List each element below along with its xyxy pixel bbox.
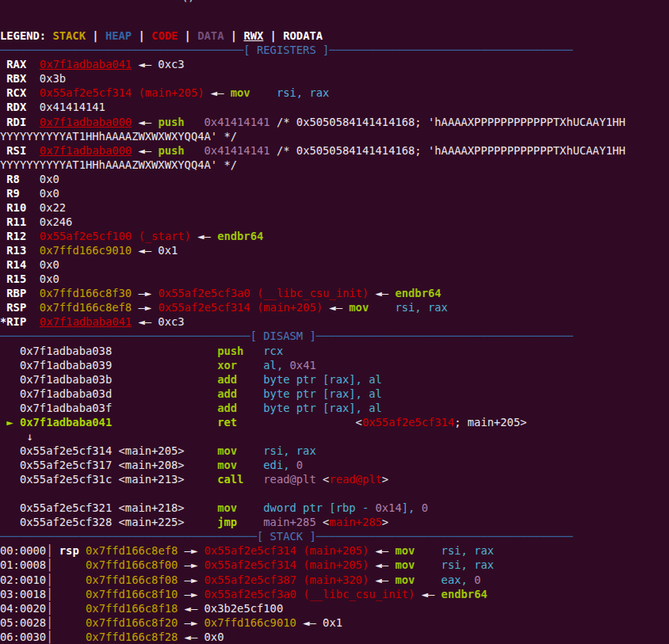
- stack-row-06: 06:0030│ 0x7ffd166c8f28 ◄— 0x0: [0, 630, 669, 644]
- register-name: R12: [0, 230, 40, 242]
- register-row-rip: *RIP 0x7f1adbaba041 ◄— 0xc3: [0, 314, 669, 329]
- text-segment: 0x7ffd166c8f28: [86, 631, 178, 643]
- disasm-banner: ──────────────────────────────────────[ …: [0, 329, 669, 343]
- r8-value: 0x0: [40, 173, 59, 185]
- register-name: R8: [0, 173, 40, 185]
- disasm-row-main225: 0x55af2e5cf328 <main+225> jmp main+285 <…: [0, 515, 669, 529]
- text-segment: byte ptr [rax], al: [263, 387, 382, 400]
- text-segment: —►: [178, 544, 204, 557]
- text-segment: endbr64: [217, 230, 263, 242]
- text-segment: add: [217, 402, 237, 414]
- disasm-row-03d: 0x7f1adbaba03d add byte ptr [rax], al: [0, 387, 669, 401]
- disasm-row-current: ► 0x7f1adbaba041 ret <0x55af2e5cf314; ma…: [0, 415, 669, 429]
- text-segment: read@plt: [263, 473, 315, 486]
- text-segment: ],: [402, 501, 422, 514]
- stack-row-00: 00:0000│ rsp 0x7ffd166c8ef8 —► 0x55af2e5…: [0, 543, 669, 558]
- register-row-r9: R9 0x0: [0, 186, 669, 200]
- text-segment: 0x55af2e5cf3a0 (__libc_csu_init): [205, 588, 415, 600]
- disasm-row-main208: 0x55af2e5cf317 <main+208> mov edi, 0: [0, 458, 669, 472]
- text-segment: ◄— 0x1: [132, 244, 178, 257]
- text-segment: 0x7ffd166c8f00: [86, 558, 178, 571]
- text-segment: rsi, rax: [442, 558, 494, 571]
- text-segment: —►: [178, 588, 204, 600]
- r13-value: 0x7ffd166c9010: [40, 244, 132, 257]
- stack-row-04: 04:0020│ 0x7ffd166c8f18 ◄— 0x3b2e5cf100: [0, 601, 669, 615]
- rax-value: 0x7f1adbaba041: [40, 58, 132, 70]
- r11-value: 0x246: [40, 215, 73, 228]
- text-segment: edi,: [263, 459, 296, 471]
- r14-value: 0x0: [40, 258, 59, 271]
- register-name: RSI: [0, 144, 40, 157]
- text-segment: 0x7ffd166c8ef8: [86, 544, 178, 557]
- text-segment: [185, 116, 205, 128]
- text-segment: >: [382, 473, 388, 486]
- text-segment: ◄—: [369, 287, 395, 299]
- disasm-row-main213: 0x55af2e5cf31c <main+213> call read@plt …: [0, 472, 669, 486]
- text-segment: ◄—: [132, 144, 158, 157]
- register-name: *RIP: [0, 315, 40, 328]
- stack-offset: 02:0010: [0, 574, 46, 586]
- text-segment: YYYYYYYYYYAT1HHhAAAAZWXWXWXYQQ4A' */: [0, 158, 237, 171]
- rsp-value: 0x7ffd166c8ef8: [40, 301, 132, 314]
- text-segment: ◄—: [323, 301, 349, 314]
- text-segment: ◄—: [369, 558, 395, 571]
- text-segment: mov: [349, 301, 369, 314]
- register-row-r13: R13 0x7ffd166c9010 ◄— 0x1: [0, 243, 669, 257]
- text-segment: ───────────────────────────────────────: [316, 330, 573, 342]
- text-segment: /* 0x5050584141414168; 'hAAAAXPPPPPPPPPP…: [270, 116, 626, 128]
- register-name: R14: [0, 258, 40, 271]
- terminal-screen[interactable]: () LEGEND: STACK | HEAP | CODE | DATA | …: [0, 0, 669, 644]
- registers-banner: ─────────────────────────────────────[ R…: [0, 43, 669, 57]
- register-row-rbx: RBX 0x3b: [0, 71, 669, 86]
- legend-rwx: RWX: [243, 29, 263, 42]
- register-name: RCX: [0, 86, 40, 99]
- register-row-rdx: RDX 0x41414141: [0, 100, 669, 114]
- register-name: R13: [0, 244, 40, 257]
- instruction-address: 0x7f1adbaba039: [0, 359, 217, 372]
- text-segment: 0x7ffd166c8f08: [86, 574, 178, 586]
- text-segment: 0x55af2e5cf314 (main+205): [205, 544, 369, 557]
- rbx-value: 0x3b: [40, 72, 66, 85]
- text-segment: /* 0x5050584141414168; 'hAAAAXPPPPPPPPPP…: [270, 144, 626, 157]
- text-segment: ──────────────────────────────────────: [0, 330, 250, 342]
- text-segment: YYYYYYYYYYAT1HHhAAAAZWXWXWXYQQ4A' */: [0, 130, 237, 143]
- text-segment: [415, 544, 441, 557]
- register-name: R15: [0, 272, 40, 285]
- text-segment: ◄—: [369, 574, 395, 586]
- text-segment: |: [132, 29, 151, 42]
- text-segment: main+285: [329, 516, 381, 528]
- instruction-address: 0x7f1adbaba03b: [0, 373, 217, 386]
- text-segment: —►: [132, 301, 158, 314]
- text-segment: <: [316, 516, 330, 528]
- r12-value: 0x55af2e5cf100 (_start): [40, 230, 191, 242]
- text-segment: [237, 359, 263, 372]
- text-segment: [52, 588, 86, 600]
- text-segment: [52, 558, 86, 571]
- legend-heap: HEAP: [105, 29, 132, 42]
- stack-offset: 05:0028: [0, 616, 46, 629]
- disasm-row-038: 0x7f1adbaba038 push rcx: [0, 344, 669, 358]
- text-segment: 0x55af2e5cf387 (main+320): [205, 574, 369, 586]
- text-segment: 0x55af2e5cf314: [362, 416, 454, 429]
- rdx-value: 0x41414141: [40, 101, 105, 113]
- text-segment: <: [316, 473, 330, 486]
- stack-row-03: 03:0018│ 0x7ffd166c8f10 —► 0x55af2e5cf3a…: [0, 587, 669, 601]
- text-segment: [415, 558, 441, 571]
- text-segment: push: [158, 144, 184, 157]
- text-segment: jmp: [217, 516, 237, 528]
- register-name: RDX: [0, 101, 40, 113]
- text-segment: al,: [263, 359, 289, 372]
- text-segment: [52, 602, 86, 615]
- instruction-address: 0x7f1adbaba038: [0, 345, 217, 357]
- disasm-banner-label: [ DISASM ]: [250, 330, 316, 342]
- text-segment: mov: [395, 574, 415, 586]
- instruction-address: 0x55af2e5cf317 <main+208>: [0, 459, 217, 471]
- text-segment: rsi, rax: [277, 86, 329, 99]
- text-segment: eax,: [442, 574, 475, 586]
- rsp-marker: rsp: [52, 544, 86, 557]
- text-segment: 0: [422, 501, 428, 514]
- text-segment: [185, 144, 205, 157]
- legend-label: LEGEND:: [0, 29, 52, 42]
- text-segment: ◄— 0xc3: [132, 58, 184, 70]
- text-segment: —►: [178, 574, 204, 586]
